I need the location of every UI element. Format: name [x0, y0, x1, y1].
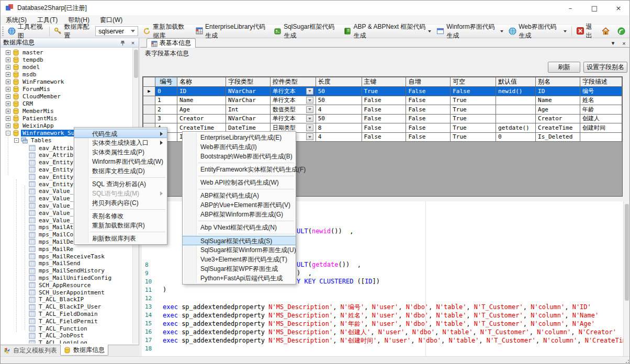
menu-item[interactable]: 数据库文档生成(D)	[74, 166, 167, 176]
grid-cell[interactable]: False	[406, 114, 451, 123]
panel-close-icon[interactable]: ×	[621, 40, 627, 47]
grid-cell[interactable]: 4	[316, 132, 362, 142]
grid-cell[interactable]: 3	[155, 114, 177, 123]
sql-code-line[interactable]: exec sp_addextendedproperty N'MS_Descrip…	[163, 336, 623, 345]
menu-item[interactable]: EntityFramework实体框架代码生成(F)	[183, 165, 296, 174]
sql-code-line[interactable]: Y KEY CLUSTERED ([ID])	[297, 278, 380, 285]
grid-header-cell[interactable]: 控件类型	[270, 77, 316, 87]
sql-code-line[interactable]: )	[163, 286, 166, 293]
expand-icon[interactable]: +	[6, 94, 10, 99]
menu-item[interactable]: ABP的Vue+Element界面代码(V)	[183, 200, 296, 210]
grid-cell[interactable]: Age	[536, 105, 580, 115]
tree-item-table[interactable]: SCH_UserAppointment	[29, 289, 106, 296]
tree-item-database[interactable]: +tempdb	[6, 56, 45, 63]
expand-icon[interactable]: +	[6, 65, 10, 70]
tree-item-table[interactable]: T_ACL_LoginLog	[29, 339, 89, 344]
tree-item-table[interactable]: mps_MailSendHistory	[29, 267, 106, 275]
grid-cell[interactable]: 0	[155, 87, 177, 96]
menu-item[interactable]: SqlSugar框架代码生成(S)	[183, 236, 296, 245]
menu-item[interactable]: 实体类生成快速入口	[74, 138, 167, 147]
grid-header-cell[interactable]: 默认值	[496, 77, 536, 87]
tree-item-table[interactable]: eav_Value_	[29, 188, 75, 195]
toolbar-view-button[interactable]: 工具栏视图	[5, 26, 47, 37]
menu-item[interactable]: 拷贝列表内容(C)	[74, 198, 167, 208]
grid-header-cell[interactable]: 自增	[406, 77, 451, 87]
tree-item-table[interactable]: eav_Entity	[29, 166, 75, 173]
menu-item[interactable]: SqlSugar框架WPF界面生成	[183, 264, 296, 274]
toolbar-winform-button[interactable]: Winform界面代码生成	[434, 26, 506, 37]
toolbar-sqlsugar-button[interactable]: SqlSugar框架代码生成	[271, 26, 341, 37]
tree-item-table[interactable]: eav_Entity	[29, 180, 75, 188]
grid-cell[interactable]: 创建时间	[580, 123, 622, 133]
minimize-button[interactable]: –	[558, 1, 582, 15]
menu-item[interactable]: Bootstrap的Web界面代码生成(B)	[183, 152, 296, 161]
grid-row-selector[interactable]	[143, 96, 155, 105]
set-field-alias-button[interactable]: 设置字段别名	[583, 62, 627, 73]
toolbar-feed-button[interactable]	[615, 26, 630, 37]
tab-database-info[interactable]: 数据库信息	[60, 345, 108, 356]
grid-row-selector[interactable]	[143, 114, 155, 123]
grid-cell[interactable]: Age	[177, 105, 226, 115]
grid-cell[interactable]: Name	[536, 96, 580, 105]
tree-item-table[interactable]: T_ACL_FieldDomain	[29, 310, 99, 317]
grid-header-cell[interactable]: 名称	[177, 77, 226, 87]
grid-header-cell[interactable]: 字段类型	[226, 77, 270, 87]
combo-dropdown-button[interactable]	[306, 97, 313, 104]
grid-cell[interactable]: 数值类型	[270, 105, 316, 115]
grid-cell[interactable]: 50	[316, 87, 362, 96]
grid-cell[interactable]: False	[362, 114, 406, 123]
expand-icon[interactable]: -	[14, 138, 19, 143]
grid-header-cell[interactable]: 长度	[316, 77, 362, 87]
tree-item-table[interactable]: eav_Value_	[29, 202, 75, 209]
menu-item[interactable]: ABP框架代码生成(A)	[183, 191, 296, 200]
grid-row-selector[interactable]	[143, 105, 155, 115]
tab-custom-templates[interactable]: 自定义模板列表	[1, 345, 60, 356]
expand-icon[interactable]: +	[6, 79, 10, 84]
sql-code-line[interactable]: ) ,	[297, 269, 312, 277]
sql-code-line[interactable]: exec sp_addextendedproperty N'MS_Descrip…	[163, 320, 595, 328]
grid-cell[interactable]: 50	[316, 114, 362, 123]
close-button[interactable]: ×	[606, 1, 630, 15]
grid-cell[interactable]: 年龄	[580, 105, 622, 115]
tree-scrollbar-thumb[interactable]	[134, 50, 138, 78]
tree-item-table[interactable]: T_ACL_BlackIP	[29, 296, 85, 303]
grid-cell[interactable]: False	[362, 105, 406, 115]
close-icon[interactable]: ×	[129, 39, 137, 47]
grid-header-cell[interactable]: 字段描述	[580, 77, 622, 87]
tab-table-basic-info[interactable]: 表基本信息	[147, 38, 196, 48]
grid-cell[interactable]: False	[406, 132, 451, 142]
menu-item[interactable]: SQL 查询分析器(A)	[74, 179, 167, 189]
grid-header-cell[interactable]: 编号	[155, 77, 177, 87]
tree-item-table[interactable]: mps_MailCo	[29, 231, 75, 238]
grid-cell[interactable]: Name	[177, 96, 226, 105]
tree-item-table[interactable]: T_ACL_JobPost	[29, 332, 85, 339]
tree-item-database[interactable]: +msdb	[6, 71, 38, 78]
toolbar-exit-button[interactable]: 退出	[574, 26, 599, 37]
grid-cell[interactable]: NVarChar	[226, 87, 270, 96]
grid-cell[interactable]: False	[362, 96, 406, 105]
toolbar-home-button[interactable]	[599, 26, 615, 37]
menu-item[interactable]: 表别名修改	[74, 211, 167, 221]
expand-icon[interactable]: +	[6, 123, 10, 128]
grid-cell[interactable]: 8	[316, 123, 362, 133]
grid-cell[interactable]: CreateTime	[536, 123, 580, 133]
grid-cell[interactable]: newid()	[496, 87, 536, 96]
grid-cell[interactable]: ID	[536, 87, 580, 96]
menu-item[interactable]: Python+FastApi后端代码生成	[183, 274, 296, 283]
refresh-button[interactable]: 刷新	[548, 62, 580, 73]
database-type-select[interactable]: sqlserver	[95, 26, 138, 36]
toolbar-grip[interactable]	[2, 27, 4, 36]
grid-cell[interactable]: 4	[316, 105, 362, 115]
tree-item-table[interactable]: mps_MailUnifiedConfig	[29, 274, 113, 281]
tree-item-database[interactable]: +model	[6, 63, 41, 71]
menu-item[interactable]: 重新加载数据库(R)	[74, 221, 167, 230]
combo-dropdown-button[interactable]	[306, 115, 313, 122]
toolbar-abp-button[interactable]: ABP & ABPNext 框架代码生成	[341, 26, 434, 37]
toolbar-enterpriselibrary-button[interactable]: EnterpriseLibrary代码生成	[193, 26, 271, 37]
menu-item[interactable]: EnterpriseLibrary代码生成(E)	[183, 133, 296, 142]
tree-item-database[interactable]: +WeixinApp	[6, 122, 55, 129]
grid-cell[interactable]	[496, 105, 536, 115]
tree-item-table[interactable]: T_ACL_FieldPermit	[29, 317, 99, 325]
menu-item[interactable]: Web界面代码生成(I)	[183, 142, 296, 152]
grid-cell[interactable]	[580, 132, 622, 142]
